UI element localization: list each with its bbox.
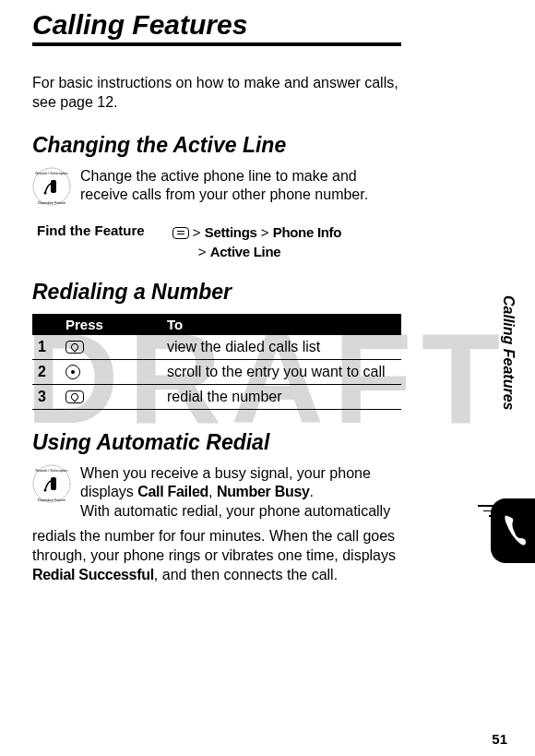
section-changing-line-text: Change the active phone line to make and… bbox=[80, 167, 401, 206]
intro-text: For basic instructions on how to make an… bbox=[32, 74, 401, 113]
svg-rect-3 bbox=[51, 180, 56, 193]
svg-point-9 bbox=[44, 488, 47, 491]
to-cell: redial the number bbox=[161, 384, 401, 409]
find-feature-label: Find the Feature bbox=[37, 222, 145, 261]
step-num: 2 bbox=[32, 359, 60, 384]
section-changing-line-body: Network / Subscription Dependent Feature… bbox=[32, 167, 401, 206]
page-title: Calling Features bbox=[32, 9, 401, 46]
phone-side-icon bbox=[480, 485, 535, 563]
network-feature-icon: Network / Subscription Dependent Feature bbox=[32, 167, 71, 206]
table-row: 3 redial the number bbox=[32, 384, 401, 409]
to-cell: scroll to the entry you want to call bbox=[161, 359, 401, 384]
press-cell bbox=[60, 384, 161, 409]
svg-rect-8 bbox=[51, 477, 56, 490]
find-feature-path: > Settings > Phone Info > Active Line bbox=[172, 222, 342, 261]
table-row: 1 view the dialed calls list bbox=[32, 335, 401, 360]
table-head-press: Press bbox=[60, 314, 161, 335]
auto-redial-top: Network / Subscription Dependent Feature… bbox=[32, 464, 401, 522]
page-content: Calling Features For basic instructions … bbox=[0, 0, 452, 603]
section-changing-line-heading: Changing the Active Line bbox=[32, 133, 401, 158]
handset-icon bbox=[502, 512, 528, 547]
nav-key-icon bbox=[65, 365, 80, 379]
call-key-icon bbox=[65, 341, 84, 354]
svg-text:Network / Subscription: Network / Subscription bbox=[35, 469, 67, 473]
svg-text:Dependent Feature: Dependent Feature bbox=[38, 201, 65, 205]
menu-key-icon bbox=[172, 227, 189, 239]
path-settings: Settings bbox=[205, 224, 257, 240]
step-num: 1 bbox=[32, 335, 60, 360]
network-feature-icon: Network / Subscription Dependent Feature bbox=[32, 464, 71, 503]
path-phone-info: Phone Info bbox=[273, 224, 342, 240]
find-the-feature: Find the Feature > Settings > Phone Info… bbox=[37, 222, 401, 261]
auto-redial-rest: redials the number for four minutes. Whe… bbox=[32, 527, 401, 584]
auto-redial-line1: When you receive a busy signal, your pho… bbox=[80, 464, 401, 522]
svg-point-4 bbox=[44, 191, 47, 194]
side-tab-label: Calling Features bbox=[500, 295, 517, 410]
step-num: 3 bbox=[32, 384, 60, 409]
svg-text:Network / Subscription: Network / Subscription bbox=[35, 172, 67, 175]
press-cell bbox=[60, 359, 161, 384]
redial-steps-table: Press To 1 view the dialed calls list 2 … bbox=[32, 314, 401, 410]
svg-text:Dependent Feature: Dependent Feature bbox=[38, 498, 65, 502]
page-number: 51 bbox=[492, 731, 507, 747]
call-key-icon bbox=[65, 390, 84, 403]
table-head-to: To bbox=[161, 314, 401, 335]
to-cell: view the dialed calls list bbox=[161, 335, 401, 360]
table-head-blank bbox=[32, 314, 60, 335]
section-auto-redial-heading: Using Automatic Redial bbox=[32, 430, 401, 455]
section-redialing-heading: Redialing a Number bbox=[32, 280, 401, 305]
table-row: 2 scroll to the entry you want to call bbox=[32, 359, 401, 384]
press-cell bbox=[60, 335, 161, 360]
path-active-line: Active Line bbox=[210, 244, 281, 259]
